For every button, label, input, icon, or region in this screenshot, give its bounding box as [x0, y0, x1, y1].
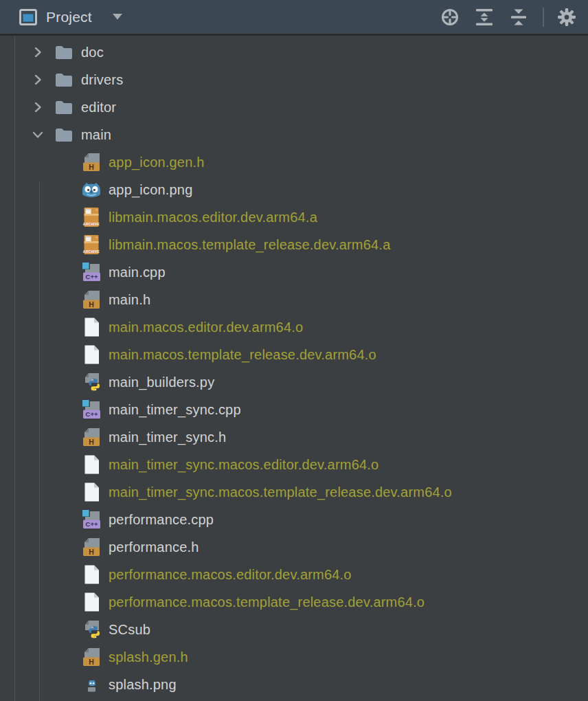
tree-row-file[interactable]: C++performance.cpp [0, 506, 588, 533]
chevron-right-icon[interactable] [30, 45, 45, 60]
tree-row-folder-doc[interactable]: doc [0, 38, 588, 66]
tree-row-file[interactable]: C++main.cpp [0, 258, 588, 286]
generic-file-icon [81, 454, 102, 475]
svg-text:C++: C++ [86, 273, 98, 280]
tree-row-file[interactable]: main_timer_sync.macos.template_release.d… [0, 478, 588, 506]
python-file-icon [81, 372, 102, 392]
tree-row-file[interactable]: Happ_icon.gen.h [0, 148, 588, 176]
image-thumbnail-icon [81, 674, 102, 695]
chevron-right-icon[interactable] [30, 72, 45, 87]
file-name: splash.gen.h [109, 649, 188, 665]
collapse-all-button[interactable] [507, 5, 530, 29]
tree-row-file[interactable]: Hmain_timer_sync.h [0, 423, 588, 451]
folder-icon [54, 97, 74, 118]
cpp-file-icon: C++ [81, 262, 102, 282]
generic-file-icon [81, 564, 102, 585]
c-header-file-icon: H [81, 289, 102, 310]
file-name: main_timer_sync.h [109, 430, 226, 445]
tree-row-file[interactable]: performance.macos.editor.dev.arm64.o [0, 561, 588, 588]
tree-row-file[interactable]: Hmain.h [0, 286, 588, 313]
file-name: main.macos.template_release.dev.arm64.o [109, 347, 376, 363]
python-file-icon [81, 619, 102, 640]
c-header-file-icon: H [81, 537, 102, 557]
folder-name: doc [81, 45, 104, 60]
chevron-down-icon[interactable] [113, 14, 122, 20]
tree-row-file[interactable]: app_icon.png [0, 176, 588, 203]
tree-row-folder-drivers[interactable]: drivers [0, 66, 588, 93]
folder-name: main [81, 127, 111, 143]
tree-row-file[interactable]: Hperformance.h [0, 533, 588, 561]
svg-text:C++: C++ [86, 520, 98, 528]
project-toolwindow-header: Project [0, 0, 588, 36]
file-name: main_timer_sync.macos.template_release.d… [109, 485, 452, 500]
svg-text:ARCHIVE: ARCHIVE [83, 250, 100, 254]
file-name: performance.macos.template_release.dev.a… [109, 594, 425, 610]
generic-file-icon [81, 344, 102, 365]
c-header-file-icon: H [81, 427, 102, 447]
file-name: app_icon.png [109, 182, 193, 198]
expand-all-button[interactable] [473, 5, 496, 29]
chevron-down-icon[interactable] [30, 127, 45, 142]
file-name: main.h [109, 292, 150, 308]
cpp-file-icon: C++ [81, 399, 102, 420]
archive-file-icon: ARCHIVE [81, 234, 102, 255]
folder-icon [54, 42, 74, 63]
tree-row-file[interactable]: splash.png [0, 671, 588, 698]
tree-row-file[interactable]: Hsplash.gen.h [0, 643, 588, 671]
settings-gear-button[interactable] [555, 5, 578, 29]
generic-file-icon [81, 592, 102, 612]
generic-file-icon [81, 482, 102, 502]
svg-text:H: H [89, 438, 94, 446]
tree-row-file[interactable]: main_timer_sync.macos.editor.dev.arm64.o [0, 451, 588, 478]
godot-image-icon [81, 179, 102, 200]
file-name: performance.cpp [109, 512, 214, 528]
svg-text:H: H [89, 300, 94, 309]
svg-text:H: H [89, 548, 94, 556]
svg-text:ARCHIVE: ARCHIVE [83, 223, 100, 226]
tree-row-file[interactable]: main.macos.template_release.dev.arm64.o [0, 341, 588, 368]
folder-name: drivers [81, 72, 123, 88]
folder-icon [54, 124, 74, 145]
svg-text:H: H [89, 658, 94, 666]
generic-file-icon [81, 317, 102, 337]
tree-row-file[interactable]: main_builders.py [0, 368, 588, 396]
file-name: libmain.macos.editor.dev.arm64.a [109, 210, 317, 225]
toolbar-divider [543, 8, 544, 27]
svg-text:C++: C++ [86, 410, 98, 418]
cpp-file-icon: C++ [81, 509, 102, 530]
file-name: main.macos.editor.dev.arm64.o [109, 320, 303, 335]
file-name: libmain.macos.template_release.dev.arm64… [109, 237, 390, 253]
file-name: performance.h [109, 539, 199, 555]
svg-text:H: H [89, 163, 94, 171]
project-tree: docdriverseditormainHapp_icon.gen.happ_i… [0, 36, 588, 701]
tree-row-file[interactable]: ARCHIVElibmain.macos.editor.dev.arm64.a [0, 203, 588, 231]
file-name: main.cpp [109, 265, 166, 280]
c-header-file-icon: H [81, 152, 102, 173]
tool-window-icon [18, 7, 38, 27]
tree-row-file[interactable]: SCsub [0, 616, 588, 643]
archive-file-icon: ARCHIVE [81, 207, 102, 227]
tree-row-folder-editor[interactable]: editor [0, 93, 588, 121]
folder-icon [54, 69, 74, 90]
tree-row-file[interactable]: ARCHIVElibmain.macos.template_release.de… [0, 231, 588, 258]
file-name: main_timer_sync.cpp [109, 402, 241, 418]
tree-row-file[interactable]: main.macos.editor.dev.arm64.o [0, 313, 588, 341]
tree-row-file[interactable]: C++main_timer_sync.cpp [0, 396, 588, 423]
file-name: performance.macos.editor.dev.arm64.o [109, 567, 352, 583]
file-name: app_icon.gen.h [109, 155, 205, 170]
file-name: main_builders.py [109, 375, 214, 390]
locate-file-button[interactable] [438, 5, 462, 29]
tree-row-folder-main[interactable]: main [0, 121, 588, 148]
file-name: splash.png [109, 677, 177, 693]
file-name: main_timer_sync.macos.editor.dev.arm64.o [109, 457, 378, 473]
c-header-file-icon: H [81, 647, 102, 667]
toolwindow-title[interactable]: Project [46, 9, 92, 25]
file-name: SCsub [109, 622, 150, 638]
tree-row-file[interactable]: performance.macos.template_release.dev.a… [0, 588, 588, 616]
chevron-right-icon[interactable] [30, 100, 45, 115]
folder-name: editor [81, 100, 116, 115]
